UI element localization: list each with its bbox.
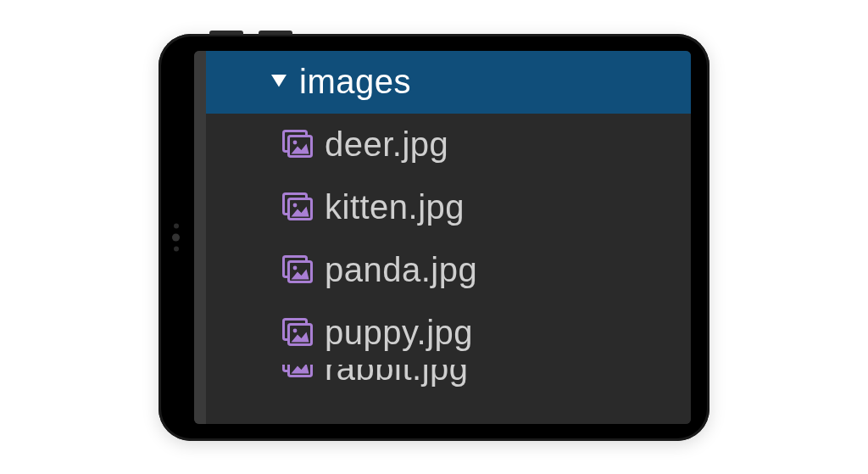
file-label: rabbit.jpg [325, 365, 469, 388]
tablet-camera [172, 223, 180, 251]
image-file-icon [282, 318, 313, 349]
file-label: puppy.jpg [325, 314, 473, 352]
image-file-icon [282, 192, 313, 223]
explorer-gutter [194, 51, 206, 424]
screen: images deer.jpg [194, 51, 691, 424]
image-file-icon [282, 365, 313, 380]
tablet-physical-buttons [209, 31, 292, 35]
file-label: kitten.jpg [325, 188, 465, 226]
file-explorer-tree: images deer.jpg [206, 51, 691, 424]
svg-marker-0 [271, 75, 287, 86]
file-label: panda.jpg [325, 251, 477, 289]
file-row[interactable]: panda.jpg [206, 239, 691, 302]
svg-point-9 [293, 265, 298, 270]
svg-point-3 [293, 140, 298, 144]
folder-label: images [299, 63, 411, 101]
svg-point-12 [293, 328, 298, 332]
file-row[interactable]: rabbit.jpg [206, 365, 691, 399]
file-row[interactable]: deer.jpg [206, 114, 691, 176]
image-file-icon [282, 130, 313, 160]
file-label: deer.jpg [325, 125, 448, 164]
chevron-down-icon [270, 74, 287, 91]
file-row[interactable]: puppy.jpg [206, 302, 691, 365]
svg-point-6 [293, 203, 298, 207]
folder-row-images[interactable]: images [206, 51, 691, 114]
file-row[interactable]: kitten.jpg [206, 176, 691, 239]
tablet-device-frame: images deer.jpg [159, 34, 709, 441]
image-file-icon [282, 255, 313, 286]
